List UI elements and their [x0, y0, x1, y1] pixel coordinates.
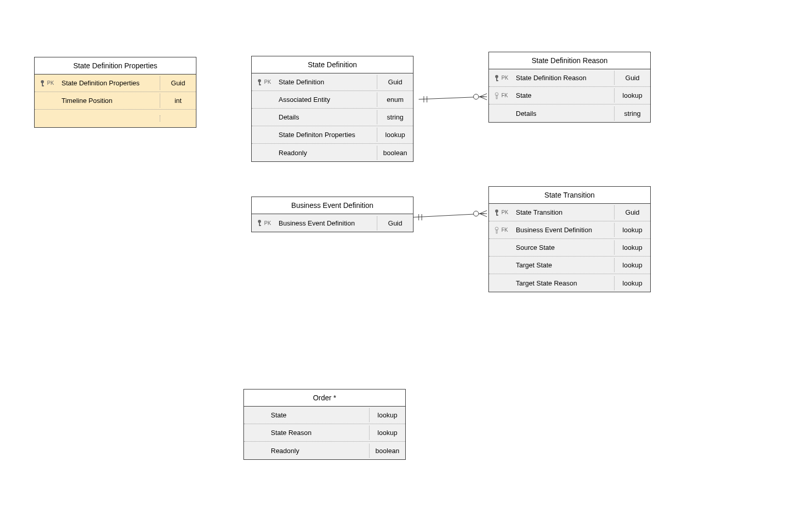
svg-line-11	[480, 211, 487, 214]
row-name: State Reason	[269, 426, 369, 440]
row-key-label: PK	[264, 220, 277, 226]
row-type: string	[377, 110, 413, 124]
row-type: lookup	[369, 426, 405, 440]
entity-row: PK State Definition Guid	[252, 73, 413, 91]
key-icon	[489, 227, 501, 234]
key-icon	[35, 80, 47, 87]
entity-row: Details string	[489, 104, 650, 122]
row-key-label: PK	[501, 75, 514, 81]
row-type: Guid	[377, 75, 413, 89]
entity-row: State Reason lookup	[244, 424, 405, 442]
row-type: lookup	[369, 408, 405, 422]
row-name: Readonly	[269, 444, 369, 458]
entity-row: Target State Reason lookup	[489, 274, 650, 292]
row-name: State Definition Reason	[514, 71, 614, 85]
row-name: Target State Reason	[514, 276, 614, 290]
row-key-label: PK	[47, 80, 59, 86]
key-icon	[489, 92, 501, 99]
svg-rect-16	[42, 85, 44, 86]
row-key-label: PK	[501, 209, 514, 215]
entity-state-definition-reason: State Definition Reason PK State Definit…	[488, 52, 651, 123]
entity-title: State Transition	[489, 187, 650, 204]
row-key-label: PK	[264, 79, 277, 85]
entity-row: PK State Transition Guid	[489, 204, 650, 221]
entity-title: Order *	[244, 389, 405, 407]
entity-row: State Definiton Properties lookup	[252, 126, 413, 144]
entity-row: PK State Definition Reason Guid	[489, 69, 650, 87]
svg-line-4	[480, 94, 487, 97]
svg-point-10	[473, 211, 479, 216]
entity-row: PK Business Event Definition Guid	[252, 214, 413, 232]
row-type: Guid	[160, 76, 196, 90]
entity-row: Source State lookup	[489, 239, 650, 257]
row-name: State Definition Properties	[59, 76, 160, 90]
entity-title: State Definition	[252, 56, 413, 73]
row-name: Source State	[514, 241, 614, 254]
row-name: State Definition	[277, 75, 377, 89]
row-key-label: FK	[501, 227, 514, 233]
key-icon	[489, 209, 501, 216]
entity-title: Business Event Definition	[252, 197, 413, 214]
row-type: lookup	[614, 241, 650, 254]
row-name: Details	[277, 110, 377, 124]
row-type: lookup	[614, 258, 650, 272]
entity-state-transition: State Transition PK State Transition Gui…	[488, 186, 651, 292]
entity-row: Timeline Position int	[35, 92, 196, 110]
svg-line-7	[413, 214, 484, 217]
entity-row: Details string	[252, 109, 413, 126]
row-name: Business Event Definition	[277, 216, 377, 230]
key-icon	[489, 74, 501, 82]
row-type: lookup	[614, 88, 650, 102]
entity-row: Associated Entity enum	[252, 91, 413, 109]
row-type: enum	[377, 93, 413, 107]
row-type: boolean	[369, 444, 405, 458]
row-type: int	[160, 94, 196, 108]
row-key-label: FK	[501, 93, 514, 98]
entity-state-definition: State Definition PK State Definition Gui…	[251, 56, 413, 162]
row-name: State Definiton Properties	[277, 128, 377, 142]
row-type: Guid	[377, 216, 413, 230]
entity-title: State Definition Properties	[35, 57, 196, 74]
row-type: lookup	[614, 276, 650, 290]
key-icon	[252, 79, 264, 86]
row-type: Guid	[614, 205, 650, 219]
entity-row: Target State lookup	[489, 257, 650, 274]
entity-title: State Definition Reason	[489, 52, 650, 69]
entity-state-definition-properties: State Definition Properties PK State Def…	[34, 57, 196, 128]
svg-rect-19	[259, 84, 261, 85]
svg-line-6	[480, 97, 487, 100]
svg-rect-30	[496, 215, 498, 216]
row-type: string	[614, 107, 650, 121]
entity-row: FK State lookup	[489, 87, 650, 104]
entity-order: Order * State lookup State Reason lookup…	[243, 389, 406, 460]
row-type: lookup	[377, 128, 413, 142]
svg-line-13	[480, 214, 487, 217]
svg-point-3	[473, 94, 479, 99]
row-name: Details	[514, 107, 614, 121]
row-name: Associated Entity	[277, 93, 377, 107]
row-type: boolean	[377, 146, 413, 160]
entity-row: Readonly boolean	[252, 144, 413, 161]
row-type: Guid	[614, 71, 650, 85]
entity-row-spacer	[35, 110, 196, 127]
entity-row: Readonly boolean	[244, 442, 405, 459]
entity-business-event-definition: Business Event Definition PK Business Ev…	[251, 197, 413, 232]
row-name: State Transition	[514, 205, 614, 219]
key-icon	[252, 219, 264, 227]
row-name: Target State	[514, 258, 614, 272]
entity-row: State lookup	[244, 407, 405, 424]
svg-rect-27	[259, 225, 261, 226]
row-name: Readonly	[277, 146, 377, 160]
svg-line-0	[419, 97, 484, 99]
row-name: State	[514, 88, 614, 102]
row-name: Business Event Definition	[514, 223, 614, 237]
entity-row: FK Business Event Definition lookup	[489, 221, 650, 239]
svg-rect-22	[496, 80, 498, 81]
row-name: State	[269, 408, 369, 422]
row-type: lookup	[614, 223, 650, 237]
entity-row: PK State Definition Properties Guid	[35, 74, 196, 92]
row-name: Timeline Position	[59, 94, 160, 108]
